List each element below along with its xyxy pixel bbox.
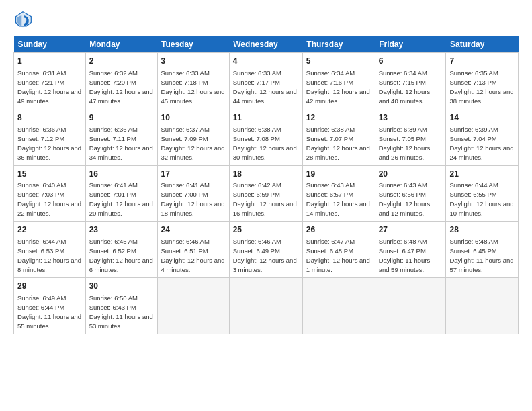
day-number: 5 bbox=[306, 56, 371, 67]
calendar-week-row: 29 Sunrise: 6:49 AMSunset: 6:44 PMDaylig… bbox=[14, 278, 519, 334]
table-row: 11 Sunrise: 6:38 AMSunset: 7:08 PMDaylig… bbox=[229, 109, 302, 165]
table-row: 14 Sunrise: 6:39 AMSunset: 7:04 PMDaylig… bbox=[446, 109, 519, 165]
calendar-table: Sunday Monday Tuesday Wednesday Thursday… bbox=[13, 36, 519, 334]
table-row: 29 Sunrise: 6:49 AMSunset: 6:44 PMDaylig… bbox=[14, 278, 86, 334]
table-row: 19 Sunrise: 6:43 AMSunset: 6:57 PMDaylig… bbox=[302, 165, 375, 222]
header bbox=[13, 11, 519, 30]
cell-info: Sunrise: 6:49 AMSunset: 6:44 PMDaylight:… bbox=[17, 294, 81, 330]
col-saturday: Saturday bbox=[446, 36, 519, 53]
cell-info: Sunrise: 6:36 AMSunset: 7:11 PMDaylight:… bbox=[89, 126, 153, 161]
col-wednesday: Wednesday bbox=[229, 36, 302, 53]
day-number: 22 bbox=[17, 224, 82, 236]
table-row: 23 Sunrise: 6:45 AMSunset: 6:52 PMDaylig… bbox=[85, 222, 157, 278]
table-row: 21 Sunrise: 6:44 AMSunset: 6:55 PMDaylig… bbox=[446, 165, 519, 222]
cell-info: Sunrise: 6:40 AMSunset: 7:03 PMDaylight:… bbox=[17, 181, 81, 217]
cell-info: Sunrise: 6:44 AMSunset: 6:55 PMDaylight:… bbox=[449, 181, 513, 217]
day-number: 23 bbox=[89, 224, 154, 236]
table-row: 24 Sunrise: 6:46 AMSunset: 6:51 PMDaylig… bbox=[157, 222, 229, 278]
day-number: 7 bbox=[449, 56, 515, 67]
day-number: 6 bbox=[379, 56, 443, 67]
day-number: 17 bbox=[161, 169, 226, 180]
table-row bbox=[229, 278, 302, 334]
table-row: 20 Sunrise: 6:43 AMSunset: 6:56 PMDaylig… bbox=[375, 165, 446, 222]
table-row: 17 Sunrise: 6:41 AMSunset: 7:00 PMDaylig… bbox=[157, 165, 229, 222]
table-row: 25 Sunrise: 6:46 AMSunset: 6:49 PMDaylig… bbox=[229, 222, 302, 278]
cell-info: Sunrise: 6:37 AMSunset: 7:09 PMDaylight:… bbox=[161, 126, 225, 161]
table-row: 13 Sunrise: 6:39 AMSunset: 7:05 PMDaylig… bbox=[375, 109, 446, 165]
cell-info: Sunrise: 6:46 AMSunset: 6:51 PMDaylight:… bbox=[161, 238, 225, 273]
cell-info: Sunrise: 6:39 AMSunset: 7:05 PMDaylight:… bbox=[379, 126, 431, 161]
col-monday: Monday bbox=[85, 36, 157, 53]
table-row bbox=[446, 278, 519, 334]
calendar-week-row: 8 Sunrise: 6:36 AMSunset: 7:12 PMDayligh… bbox=[14, 109, 519, 165]
day-number: 29 bbox=[17, 281, 82, 292]
cell-info: Sunrise: 6:48 AMSunset: 6:47 PMDaylight:… bbox=[379, 238, 431, 273]
cell-info: Sunrise: 6:33 AMSunset: 7:18 PMDaylight:… bbox=[161, 69, 225, 105]
day-number: 4 bbox=[233, 56, 299, 67]
day-number: 15 bbox=[17, 169, 82, 180]
table-row: 7 Sunrise: 6:35 AMSunset: 7:13 PMDayligh… bbox=[446, 53, 519, 109]
cell-info: Sunrise: 6:47 AMSunset: 6:48 PMDaylight:… bbox=[306, 238, 370, 273]
cell-info: Sunrise: 6:39 AMSunset: 7:04 PMDaylight:… bbox=[449, 126, 513, 161]
day-number: 24 bbox=[161, 224, 226, 236]
cell-info: Sunrise: 6:38 AMSunset: 7:08 PMDaylight:… bbox=[233, 126, 297, 161]
day-number: 3 bbox=[161, 56, 226, 67]
table-row: 2 Sunrise: 6:32 AMSunset: 7:20 PMDayligh… bbox=[85, 53, 157, 109]
cell-info: Sunrise: 6:46 AMSunset: 6:49 PMDaylight:… bbox=[233, 238, 297, 273]
day-number: 19 bbox=[306, 169, 371, 180]
day-number: 21 bbox=[449, 169, 515, 180]
table-row: 28 Sunrise: 6:48 AMSunset: 6:45 PMDaylig… bbox=[446, 222, 519, 278]
cell-info: Sunrise: 6:38 AMSunset: 7:07 PMDaylight:… bbox=[306, 126, 370, 161]
day-number: 8 bbox=[17, 112, 82, 124]
table-row: 1 Sunrise: 6:31 AMSunset: 7:21 PMDayligh… bbox=[14, 53, 86, 109]
day-number: 14 bbox=[449, 112, 515, 124]
table-row: 3 Sunrise: 6:33 AMSunset: 7:18 PMDayligh… bbox=[157, 53, 229, 109]
table-row: 15 Sunrise: 6:40 AMSunset: 7:03 PMDaylig… bbox=[14, 165, 86, 222]
logo bbox=[13, 11, 35, 30]
col-sunday: Sunday bbox=[14, 36, 86, 53]
table-row: 18 Sunrise: 6:42 AMSunset: 6:59 PMDaylig… bbox=[229, 165, 302, 222]
day-number: 30 bbox=[89, 281, 154, 292]
cell-info: Sunrise: 6:42 AMSunset: 6:59 PMDaylight:… bbox=[233, 181, 297, 217]
cell-info: Sunrise: 6:34 AMSunset: 7:16 PMDaylight:… bbox=[306, 69, 370, 105]
table-row: 9 Sunrise: 6:36 AMSunset: 7:11 PMDayligh… bbox=[85, 109, 157, 165]
cell-info: Sunrise: 6:44 AMSunset: 6:53 PMDaylight:… bbox=[17, 238, 81, 273]
day-number: 20 bbox=[379, 169, 443, 180]
day-number: 2 bbox=[89, 56, 154, 67]
page: Sunday Monday Tuesday Wednesday Thursday… bbox=[0, 0, 532, 345]
cell-info: Sunrise: 6:35 AMSunset: 7:13 PMDaylight:… bbox=[449, 69, 513, 105]
cell-info: Sunrise: 6:32 AMSunset: 7:20 PMDaylight:… bbox=[89, 69, 153, 105]
cell-info: Sunrise: 6:41 AMSunset: 7:01 PMDaylight:… bbox=[89, 181, 153, 217]
day-number: 18 bbox=[233, 169, 299, 180]
cell-info: Sunrise: 6:36 AMSunset: 7:12 PMDaylight:… bbox=[17, 126, 81, 161]
table-row: 8 Sunrise: 6:36 AMSunset: 7:12 PMDayligh… bbox=[14, 109, 86, 165]
day-number: 16 bbox=[89, 169, 154, 180]
day-number: 11 bbox=[233, 112, 299, 124]
cell-info: Sunrise: 6:33 AMSunset: 7:17 PMDaylight:… bbox=[233, 69, 297, 105]
table-row: 26 Sunrise: 6:47 AMSunset: 6:48 PMDaylig… bbox=[302, 222, 375, 278]
table-row: 12 Sunrise: 6:38 AMSunset: 7:07 PMDaylig… bbox=[302, 109, 375, 165]
calendar-week-row: 15 Sunrise: 6:40 AMSunset: 7:03 PMDaylig… bbox=[14, 165, 519, 222]
table-row: 6 Sunrise: 6:34 AMSunset: 7:15 PMDayligh… bbox=[375, 53, 446, 109]
cell-info: Sunrise: 6:34 AMSunset: 7:15 PMDaylight:… bbox=[379, 69, 431, 105]
col-friday: Friday bbox=[375, 36, 446, 53]
day-number: 26 bbox=[306, 224, 371, 236]
day-number: 12 bbox=[306, 112, 371, 124]
cell-info: Sunrise: 6:43 AMSunset: 6:57 PMDaylight:… bbox=[306, 181, 370, 217]
calendar-week-row: 22 Sunrise: 6:44 AMSunset: 6:53 PMDaylig… bbox=[14, 222, 519, 278]
table-row: 4 Sunrise: 6:33 AMSunset: 7:17 PMDayligh… bbox=[229, 53, 302, 109]
cell-info: Sunrise: 6:43 AMSunset: 6:56 PMDaylight:… bbox=[379, 181, 431, 217]
col-tuesday: Tuesday bbox=[157, 36, 229, 53]
table-row: 30 Sunrise: 6:50 AMSunset: 6:43 PMDaylig… bbox=[85, 278, 157, 334]
table-row bbox=[302, 278, 375, 334]
table-row bbox=[157, 278, 229, 334]
table-row: 16 Sunrise: 6:41 AMSunset: 7:01 PMDaylig… bbox=[85, 165, 157, 222]
day-number: 9 bbox=[89, 112, 154, 124]
calendar-week-row: 1 Sunrise: 6:31 AMSunset: 7:21 PMDayligh… bbox=[14, 53, 519, 109]
day-number: 28 bbox=[449, 224, 515, 236]
calendar-header-row: Sunday Monday Tuesday Wednesday Thursday… bbox=[14, 36, 519, 53]
cell-info: Sunrise: 6:41 AMSunset: 7:00 PMDaylight:… bbox=[161, 181, 225, 217]
table-row: 5 Sunrise: 6:34 AMSunset: 7:16 PMDayligh… bbox=[302, 53, 375, 109]
table-row: 22 Sunrise: 6:44 AMSunset: 6:53 PMDaylig… bbox=[14, 222, 86, 278]
cell-info: Sunrise: 6:50 AMSunset: 6:43 PMDaylight:… bbox=[89, 294, 153, 330]
